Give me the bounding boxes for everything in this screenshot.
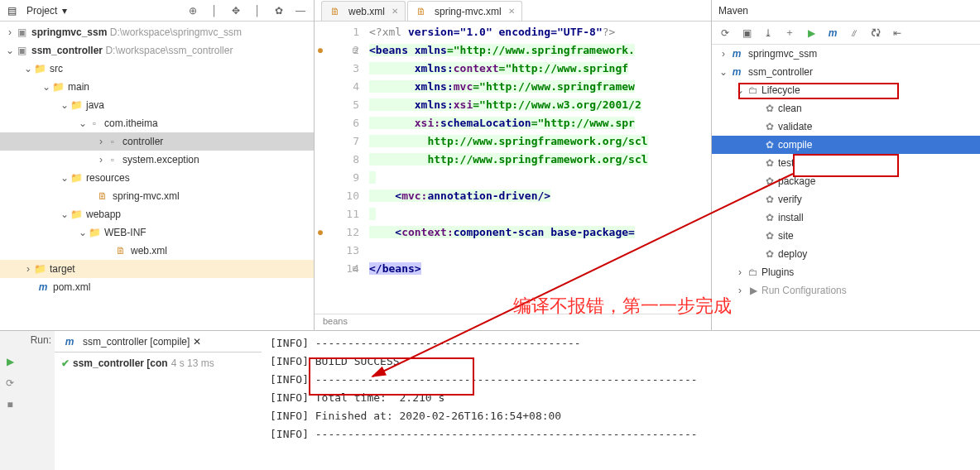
tree-row[interactable]: ⌄📁src (0, 60, 314, 78)
maven-tree[interactable]: ›mspringmvc_ssm ⌄mssm_controller ⌄🗀Lifec… (712, 45, 980, 330)
project-tree[interactable]: ›▣springmvc_ssm D:\workspace\springmvc_s… (0, 22, 314, 330)
chevron-down-icon[interactable]: ⌄ (735, 84, 745, 96)
bean-icon[interactable]: ● (318, 41, 323, 60)
chevron-down-icon[interactable]: ⌄ (78, 118, 88, 129)
rerun-icon[interactable]: ▶ (7, 356, 14, 367)
maven-file-icon: m (36, 281, 50, 294)
chevron-right-icon[interactable]: › (735, 285, 745, 296)
skip-tests-icon[interactable]: ⫽ (848, 26, 861, 40)
tree-row-target[interactable]: ›📁target (0, 260, 314, 278)
target-folder-icon: 📁 (33, 262, 46, 276)
maven-goal-deploy[interactable]: ✿deploy (712, 245, 980, 263)
gear-icon: ✿ (763, 121, 776, 132)
tree-row[interactable]: ⌄📁resources (0, 169, 314, 187)
code-editor[interactable]: 1 ●⊟2 3 4 5 6 7 8 9 10 11 ●12 13 ⊟14 <?x… (315, 22, 711, 314)
chevron-down-icon[interactable]: ⌄ (23, 63, 33, 74)
chevron-down-icon[interactable]: ⌄ (718, 66, 728, 78)
code-lines[interactable]: <?xml version="1.0" encoding="UTF-8"?> <… (364, 22, 711, 314)
tree-row[interactable]: ⌄▫com.itheima (0, 114, 314, 132)
tree-row[interactable]: ⌄▣ssm_controller D:\workspace\ssm_contro… (0, 41, 314, 60)
tab-spring-mvc-xml[interactable]: 🗎spring-mvc.xml✕ (407, 1, 522, 21)
divider-icon: │ (206, 2, 223, 19)
maven-plugins-row[interactable]: ›🗀Plugins (712, 263, 980, 281)
tree-row[interactable]: 🗎web.xml (0, 242, 314, 260)
tab-web-xml[interactable]: 🗎web.xml✕ (321, 1, 406, 21)
generate-icon[interactable]: ▣ (740, 26, 753, 40)
tree-row[interactable]: ›▣springmvc_ssm D:\workspace\springmvc_s… (0, 23, 314, 41)
chevron-right-icon[interactable]: › (5, 26, 15, 38)
maven-runconf-row[interactable]: ›▶Run Configurations (712, 281, 980, 300)
chevron-down-icon[interactable]: ⌄ (60, 209, 70, 220)
tree-row-controller[interactable]: ›▫controller (0, 132, 314, 151)
xml-file-icon: 🗎 (114, 244, 127, 257)
gear-icon: ✿ (763, 139, 776, 151)
tree-row[interactable]: ⌄📁main (0, 78, 314, 96)
bean-icon[interactable]: ● (318, 223, 323, 242)
tree-row[interactable]: ⌄📁java (0, 96, 314, 114)
run-console[interactable]: [INFO] ---------------------------------… (262, 331, 980, 470)
run-tab[interactable]: mssm_controller [compile]✕ (58, 333, 206, 350)
chevron-right-icon[interactable]: › (735, 266, 745, 278)
chevron-right-icon[interactable]: › (96, 136, 106, 147)
divider-icon: │ (249, 2, 266, 19)
tree-row[interactable]: ›▫system.exception (0, 151, 314, 169)
maven-goal-validate[interactable]: ✿validate (712, 118, 980, 136)
maven-goal-compile[interactable]: ✿compile (712, 136, 980, 154)
chevron-right-icon[interactable]: › (23, 263, 33, 275)
chevron-down-icon[interactable]: ⌄ (41, 81, 51, 93)
fold-icon[interactable]: ⊟ (349, 41, 358, 60)
add-icon[interactable]: ＋ (783, 26, 796, 40)
resources-folder-icon: 📁 (70, 171, 83, 185)
tree-row[interactable]: ⌄📁WEB-INF (0, 223, 314, 242)
tree-row[interactable]: ⌄📁webapp (0, 205, 314, 223)
maven-goal-install[interactable]: ✿install (712, 209, 980, 227)
maven-goal-clean[interactable]: ✿clean (712, 99, 980, 118)
project-header: ▤ Project ▾ ⊕ │ ✥ │ ✿ — (0, 0, 314, 22)
gutter: 1 ●⊟2 3 4 5 6 7 8 9 10 11 ●12 13 ⊟14 (315, 22, 364, 314)
run-icon[interactable]: ▶ (805, 26, 818, 40)
project-title: Project (26, 5, 57, 17)
xml-file-icon: 🗎 (329, 5, 342, 18)
expand-icon[interactable]: ✥ (228, 2, 244, 19)
debug-icon[interactable]: ⟳ (6, 377, 14, 389)
refresh-icon[interactable]: ⟳ (718, 26, 732, 40)
tree-row[interactable]: mpom.xml (0, 278, 314, 296)
close-icon[interactable]: ✕ (508, 7, 515, 16)
target-icon[interactable]: ⊕ (185, 2, 201, 19)
chevron-down-icon[interactable]: ⌄ (78, 227, 88, 238)
chevron-down-icon[interactable]: ⌄ (60, 99, 70, 111)
maven-project-row[interactable]: ›mspringmvc_ssm (712, 45, 980, 63)
chevron-right-icon[interactable]: › (718, 48, 728, 60)
breadcrumb[interactable]: beans (315, 314, 711, 330)
close-icon[interactable]: ✕ (193, 336, 201, 348)
fold-end-icon[interactable]: ⊟ (349, 260, 358, 278)
maven-module-icon: m (730, 65, 743, 79)
stop-icon[interactable]: ■ (7, 399, 12, 410)
plugins-icon: 🗀 (747, 266, 760, 278)
maven-project-row[interactable]: ⌄mssm_controller (712, 63, 980, 81)
maven-goal-test[interactable]: ✿test (712, 154, 980, 172)
collapse-icon[interactable]: ⇤ (891, 26, 904, 40)
offline-icon[interactable]: 🗘 (869, 26, 882, 40)
editor-panel: 🗎web.xml✕ 🗎spring-mvc.xml✕ 1 ●⊟2 3 4 5 6… (315, 0, 712, 330)
maven-goal-package[interactable]: ✿package (712, 172, 980, 190)
success-check-icon: ✔ (61, 357, 70, 369)
minimize-icon[interactable]: — (292, 2, 309, 19)
maven-icon[interactable]: m (826, 26, 839, 40)
chevron-down-icon[interactable]: ⌄ (60, 172, 70, 184)
run-result-row[interactable]: ✔ ssm_controller [con 4 s 13 ms (55, 352, 262, 374)
chevron-down-icon[interactable]: ⌄ (5, 45, 15, 56)
gear-icon: ✿ (763, 103, 776, 114)
maven-lifecycle-row[interactable]: ⌄🗀Lifecycle (712, 81, 980, 99)
gear-icon[interactable]: ✿ (271, 2, 287, 19)
maven-goal-verify[interactable]: ✿verify (712, 190, 980, 209)
close-icon[interactable]: ✕ (392, 7, 398, 16)
maven-goal-site[interactable]: ✿site (712, 227, 980, 245)
project-view-icon: ▤ (5, 4, 18, 17)
tree-row[interactable]: 🗎spring-mvc.xml (0, 187, 314, 205)
project-panel: ▤ Project ▾ ⊕ │ ✥ │ ✿ — ›▣springmvc_ssm … (0, 0, 315, 330)
dropdown-arrow-icon[interactable]: ▾ (62, 5, 67, 17)
xml-file-icon: 🗎 (96, 189, 109, 203)
download-icon[interactable]: ⤓ (761, 26, 775, 40)
chevron-right-icon[interactable]: › (96, 154, 106, 165)
